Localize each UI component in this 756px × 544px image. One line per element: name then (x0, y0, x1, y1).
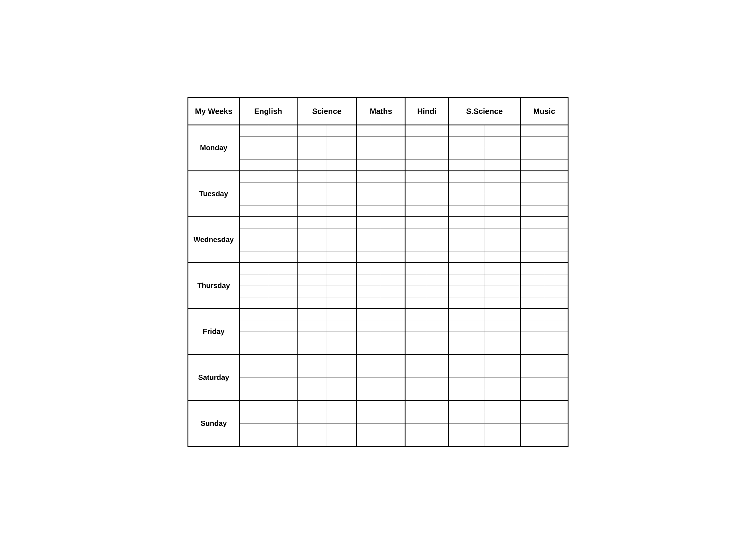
cell[interactable] (297, 423, 327, 435)
cell[interactable] (448, 205, 484, 217)
cell[interactable] (297, 366, 327, 377)
cell[interactable] (357, 240, 381, 251)
cell[interactable] (297, 297, 327, 308)
cell[interactable] (484, 285, 520, 297)
cell[interactable] (381, 125, 405, 136)
cell[interactable] (327, 285, 357, 297)
cell[interactable] (405, 136, 427, 148)
cell[interactable] (484, 263, 520, 274)
cell[interactable] (327, 159, 357, 171)
cell[interactable] (520, 354, 544, 366)
cell[interactable] (327, 308, 357, 320)
cell[interactable] (484, 377, 520, 389)
cell[interactable] (268, 366, 297, 377)
cell[interactable] (268, 297, 297, 308)
cell[interactable] (381, 205, 405, 217)
cell[interactable] (240, 159, 268, 171)
cell[interactable] (484, 240, 520, 251)
cell[interactable] (448, 366, 484, 377)
cell[interactable] (327, 400, 357, 412)
cell[interactable] (381, 274, 405, 285)
cell[interactable] (405, 274, 427, 285)
cell[interactable] (357, 263, 381, 274)
cell[interactable] (448, 159, 484, 171)
cell[interactable] (327, 205, 357, 217)
cell[interactable] (357, 366, 381, 377)
cell[interactable] (327, 148, 357, 159)
cell[interactable] (297, 435, 327, 446)
cell[interactable] (297, 377, 327, 389)
cell[interactable] (381, 377, 405, 389)
cell[interactable] (297, 308, 327, 320)
cell[interactable] (520, 308, 544, 320)
cell[interactable] (520, 285, 544, 297)
cell[interactable] (381, 171, 405, 182)
cell[interactable] (427, 205, 448, 217)
cell[interactable] (544, 125, 568, 136)
cell[interactable] (357, 228, 381, 240)
cell[interactable] (484, 331, 520, 343)
cell[interactable] (268, 251, 297, 263)
cell[interactable] (357, 343, 381, 354)
cell[interactable] (405, 194, 427, 205)
cell[interactable] (357, 389, 381, 400)
cell[interactable] (240, 125, 268, 136)
cell[interactable] (484, 159, 520, 171)
cell[interactable] (240, 389, 268, 400)
cell[interactable] (297, 205, 327, 217)
cell[interactable] (297, 343, 327, 354)
cell[interactable] (381, 343, 405, 354)
cell[interactable] (544, 217, 568, 228)
cell[interactable] (520, 423, 544, 435)
cell[interactable] (544, 354, 568, 366)
cell[interactable] (544, 263, 568, 274)
cell[interactable] (484, 343, 520, 354)
cell[interactable] (297, 389, 327, 400)
cell[interactable] (240, 251, 268, 263)
cell[interactable] (240, 194, 268, 205)
cell[interactable] (544, 228, 568, 240)
cell[interactable] (381, 159, 405, 171)
cell[interactable] (297, 274, 327, 285)
cell[interactable] (240, 354, 268, 366)
cell[interactable] (448, 171, 484, 182)
cell[interactable] (448, 377, 484, 389)
cell[interactable] (448, 228, 484, 240)
cell[interactable] (448, 240, 484, 251)
cell[interactable] (381, 366, 405, 377)
cell[interactable] (405, 308, 427, 320)
cell[interactable] (484, 228, 520, 240)
cell[interactable] (268, 400, 297, 412)
cell[interactable] (484, 366, 520, 377)
cell[interactable] (405, 377, 427, 389)
cell[interactable] (484, 412, 520, 423)
cell[interactable] (520, 297, 544, 308)
cell[interactable] (240, 400, 268, 412)
cell[interactable] (544, 400, 568, 412)
cell[interactable] (484, 194, 520, 205)
cell[interactable] (297, 125, 327, 136)
cell[interactable] (544, 182, 568, 194)
cell[interactable] (427, 423, 448, 435)
cell[interactable] (240, 205, 268, 217)
cell[interactable] (268, 435, 297, 446)
cell[interactable] (544, 194, 568, 205)
cell[interactable] (357, 274, 381, 285)
cell[interactable] (448, 251, 484, 263)
cell[interactable] (405, 263, 427, 274)
cell[interactable] (297, 240, 327, 251)
cell[interactable] (484, 308, 520, 320)
cell[interactable] (448, 263, 484, 274)
cell[interactable] (327, 251, 357, 263)
cell[interactable] (448, 125, 484, 136)
cell[interactable] (327, 125, 357, 136)
cell[interactable] (520, 205, 544, 217)
cell[interactable] (427, 331, 448, 343)
cell[interactable] (327, 389, 357, 400)
cell[interactable] (427, 228, 448, 240)
cell[interactable] (405, 285, 427, 297)
cell[interactable] (405, 182, 427, 194)
cell[interactable] (427, 240, 448, 251)
cell[interactable] (544, 274, 568, 285)
cell[interactable] (297, 182, 327, 194)
